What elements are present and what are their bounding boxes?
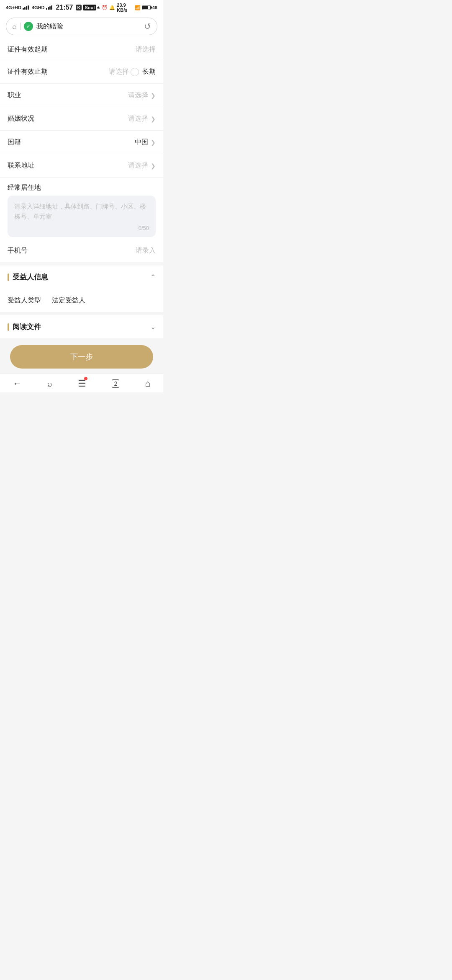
mute-icon: 🔔 bbox=[109, 5, 115, 10]
address-row[interactable]: 联系地址 请选择 ❯ bbox=[0, 154, 163, 178]
next-button[interactable]: 下一步 bbox=[10, 345, 153, 369]
nav-menu[interactable]: ☰ bbox=[78, 378, 86, 389]
divider bbox=[20, 23, 21, 30]
address-placeholder: 请选择 bbox=[128, 161, 148, 170]
search-bar-container: ⌕ ✓ 我的赠险 ↺ bbox=[0, 14, 163, 39]
beneficiary-title-text: 受益人信息 bbox=[13, 272, 48, 282]
network-type-1: 4G+HD bbox=[6, 5, 21, 10]
home-icon: ⌂ bbox=[145, 378, 150, 389]
form-section: 证件有效止期 请选择 长期 职业 请选择 ❯ 婚姻状况 请选择 ❯ 国籍 中国 … bbox=[0, 60, 163, 262]
nationality-chevron: ❯ bbox=[151, 139, 156, 146]
occupation-placeholder: 请选择 bbox=[128, 91, 148, 100]
long-period-radio[interactable] bbox=[131, 68, 139, 76]
network-speed: 23.9 KB/s bbox=[117, 3, 133, 13]
occupation-chevron: ❯ bbox=[151, 92, 156, 99]
beneficiary-type-row: 受益人类型 法定受益人 bbox=[0, 289, 163, 312]
nav-home[interactable]: ⌂ bbox=[145, 378, 150, 389]
bluetooth-icon: ∗ bbox=[96, 5, 100, 10]
time: 21:57 bbox=[56, 4, 73, 11]
occupation-value: 请选择 ❯ bbox=[45, 91, 156, 100]
cert-expiry-placeholder: 请选择 bbox=[109, 67, 129, 76]
bottom-nav: ← ⌕ ☰ 2 ⌂ bbox=[0, 374, 163, 392]
cert-expiry-row[interactable]: 证件有效止期 请选择 长期 bbox=[0, 60, 163, 84]
beneficiary-content: 受益人类型 法定受益人 bbox=[0, 289, 163, 312]
read-section-header[interactable]: 阅读文件 ⌄ bbox=[0, 315, 163, 338]
occupation-label: 职业 bbox=[8, 91, 45, 100]
battery-fill bbox=[143, 6, 148, 9]
phone-value: 请录入 bbox=[45, 246, 156, 255]
alarm-icon: ⏰ bbox=[102, 5, 108, 10]
beneficiary-type-value: 法定受益人 bbox=[52, 296, 156, 305]
marital-row[interactable]: 婚姻状况 请选择 ❯ bbox=[0, 107, 163, 131]
residence-label-row: 经常居住地 bbox=[0, 178, 163, 196]
k-icon: K bbox=[76, 5, 82, 10]
wifi-icon: 📶 bbox=[135, 5, 141, 10]
status-bar: 4G+HD 4GHD 21:57 K Soul ∗ ⏰ 🔔 23.9 KB/s … bbox=[0, 0, 163, 14]
status-left: 4G+HD 4GHD 21:57 K Soul bbox=[6, 4, 96, 11]
cert-expiry-value: 请选择 长期 bbox=[48, 67, 156, 76]
marital-label: 婚姻状况 bbox=[8, 114, 45, 123]
beneficiary-type-text: 法定受益人 bbox=[52, 296, 85, 305]
residence-label: 经常居住地 bbox=[8, 184, 41, 191]
nationality-value: 中国 ❯ bbox=[45, 138, 156, 147]
nav-back[interactable]: ← bbox=[13, 378, 22, 389]
beneficiary-type-label: 受益人类型 bbox=[8, 296, 45, 305]
search-nav-icon: ⌕ bbox=[47, 379, 52, 389]
nationality-text: 中国 bbox=[135, 138, 148, 147]
spot-icon: Soul bbox=[83, 5, 96, 10]
battery-level: 48 bbox=[152, 5, 157, 10]
network-type-2: 4GHD bbox=[32, 5, 45, 10]
marital-value: 请选择 ❯ bbox=[45, 114, 156, 123]
cert-start-row[interactable]: 证件有效起期 请选择 bbox=[0, 39, 163, 60]
cert-start-value: 请选择 bbox=[136, 45, 156, 54]
beneficiary-title: 受益人信息 bbox=[8, 272, 48, 282]
occupation-row[interactable]: 职业 请选择 ❯ bbox=[0, 84, 163, 107]
read-title-text: 阅读文件 bbox=[13, 322, 41, 332]
nav-windows[interactable]: 2 bbox=[112, 379, 119, 388]
marital-placeholder: 请选择 bbox=[128, 114, 148, 123]
search-text: 我的赠险 bbox=[36, 22, 141, 31]
signal-bar-1 bbox=[23, 5, 29, 10]
beneficiary-section-header[interactable]: 受益人信息 ⌃ bbox=[0, 266, 163, 289]
battery bbox=[142, 5, 151, 10]
residence-textarea[interactable]: 请录入详细地址，具体到路、门牌号、小区、楼栋号、单元室 0/50 bbox=[8, 196, 156, 237]
partial-top-section: 证件有效起期 请选择 bbox=[0, 39, 163, 60]
refresh-icon[interactable]: ↺ bbox=[144, 21, 151, 31]
windows-icon: 2 bbox=[112, 379, 119, 388]
marital-chevron: ❯ bbox=[151, 116, 156, 122]
nationality-label: 国籍 bbox=[8, 138, 45, 147]
cert-expiry-label: 证件有效止期 bbox=[8, 67, 48, 76]
beneficiary-collapse-icon[interactable]: ⌃ bbox=[150, 273, 156, 281]
signal-bar-2 bbox=[46, 5, 52, 10]
menu-notification-dot bbox=[84, 377, 87, 380]
status-right: ∗ ⏰ 🔔 23.9 KB/s 📶 48 bbox=[96, 3, 157, 13]
textarea-counter: 0/50 bbox=[14, 225, 149, 231]
phone-row[interactable]: 手机号 请录入 bbox=[0, 239, 163, 262]
long-period-label: 长期 bbox=[142, 67, 156, 76]
phone-label: 手机号 bbox=[8, 246, 45, 255]
search-icon: ⌕ bbox=[12, 22, 17, 31]
shield-check-icon: ✓ bbox=[24, 22, 33, 31]
read-collapse-icon[interactable]: ⌄ bbox=[150, 323, 156, 331]
residence-placeholder: 请录入详细地址，具体到路、门牌号、小区、楼栋号、单元室 bbox=[14, 201, 149, 222]
section-bar bbox=[8, 273, 9, 281]
address-label: 联系地址 bbox=[8, 161, 45, 170]
bottom-area: 下一步 bbox=[0, 338, 163, 374]
long-period-wrap: 长期 bbox=[131, 67, 156, 76]
address-chevron: ❯ bbox=[151, 162, 156, 169]
search-input-wrap[interactable]: ⌕ ✓ 我的赠险 ↺ bbox=[6, 18, 157, 35]
read-title: 阅读文件 bbox=[8, 322, 41, 332]
cert-start-label: 证件有效起期 bbox=[8, 45, 48, 54]
read-section-bar bbox=[8, 323, 9, 331]
address-value: 请选择 ❯ bbox=[45, 161, 156, 170]
nav-search[interactable]: ⌕ bbox=[47, 379, 52, 389]
nationality-row[interactable]: 国籍 中国 ❯ bbox=[0, 131, 163, 154]
phone-placeholder: 请录入 bbox=[136, 246, 156, 255]
back-icon: ← bbox=[13, 378, 22, 389]
